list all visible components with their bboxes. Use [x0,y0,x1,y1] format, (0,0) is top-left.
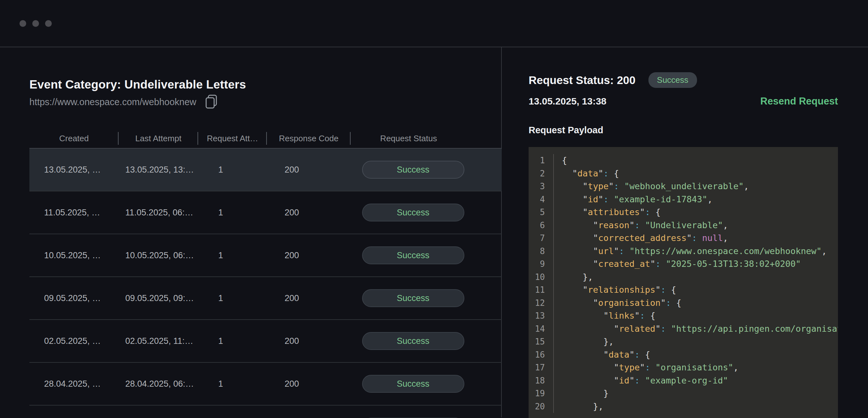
cell-attempts: 1 [186,251,255,260]
window-dot-icon[interactable] [45,20,52,27]
column-header-1: Last Attempt [119,134,198,143]
request-meta-row: 13.05.2025, 13:38 Resend Request [529,96,838,107]
code-text: }, [553,271,593,284]
cell-attempts: 1 [186,336,255,346]
cell-status: Success [338,332,489,350]
code-line: 11 "relationships": { [529,284,838,296]
page-title: Event Category: Undeliverable Letters [29,78,501,91]
line-number: 11 [529,284,545,296]
code-text: { [553,154,567,167]
table-row[interactable]: 11.05.2025, …11.05.2025, 06:…1200Success [29,191,502,234]
line-number: 17 [529,361,545,374]
code-line: 8 "url": "https://www.onespace.com/webho… [529,245,838,258]
cell-response_code: 200 [250,208,334,218]
cell-created: 13.05.2025, … [29,165,119,175]
code-line: 19 } [529,387,838,400]
code-line: 1{ [529,154,838,167]
code-text: "id": "example-id-17843", [553,193,712,206]
line-number: 4 [529,193,545,206]
webhook-url: https://www.onespace.com/webhooknew [29,97,196,107]
code-text: "attributes": { [553,206,660,219]
window-dot-icon[interactable] [20,20,26,27]
status-badge: Success [648,72,697,88]
cell-status: Success [338,161,489,179]
code-text: }, [553,335,614,348]
table-row[interactable] [29,406,502,418]
cell-attempts: 1 [186,293,255,303]
window-dot-icon[interactable] [32,20,39,27]
events-panel: Event Category: Undeliverable Letters ht… [0,47,502,417]
table-row[interactable]: 09.05.2025, …09.05.2025, 09:…1200Success [29,277,502,320]
line-number: 18 [529,374,545,387]
line-number: 14 [529,322,545,335]
resend-request-button[interactable]: Resend Request [760,96,838,107]
line-number: 20 [529,400,545,413]
table-row[interactable]: 13.05.2025, …13.05.2025, 13:…1200Success [29,149,502,191]
cell-response_code: 200 [250,251,334,260]
code-text: "links": { [553,309,655,322]
requests-table: CreatedLast AttemptRequest Att…Response … [29,129,502,418]
code-text: "corrected_address": null, [553,232,728,245]
line-number: 16 [529,348,545,361]
code-text: "created_at": "2025-05-13T13:38:02+0200" [553,258,801,271]
payload-label: Request Payload [529,125,868,135]
cell-created: 11.05.2025, … [29,208,119,218]
status-pill: Success [362,332,464,350]
request-status-title: Request Status: 200 [529,74,636,87]
table-body: 13.05.2025, …13.05.2025, 13:…1200Success… [29,149,502,418]
code-text: "type": "webhook_undeliverable", [553,180,749,193]
code-text: }, [553,400,603,413]
cell-response_code: 200 [250,293,334,303]
cell-attempts: 1 [186,165,255,175]
code-text: } [553,387,609,400]
code-line: 16 "data": { [529,348,838,361]
code-line: 14 "related": "https://api.pingen.com/or… [529,322,838,335]
request-timestamp: 13.05.2025, 13:38 [529,96,607,107]
cell-created: 10.05.2025, … [29,251,119,260]
line-number: 1 [529,154,545,167]
cell-status: Success [338,247,489,264]
cell-created: 09.05.2025, … [29,293,119,303]
cell-created: 02.05.2025, … [29,336,119,346]
table-row[interactable]: 02.05.2025, …02.05.2025, 11:…1200Success [29,320,502,363]
code-line: 4 "id": "example-id-17843", [529,193,838,206]
status-pill: Success [362,203,464,222]
code-line: 17 "type": "organisations", [529,361,838,374]
cell-status: Success [338,203,489,222]
cell-response_code: 200 [250,336,334,346]
window-titlebar [0,0,868,47]
code-text: "reason": "Undeliverable", [553,219,728,232]
payload-code-block[interactable]: 1{2 "data": {3 "type": "webhook_undelive… [529,147,838,418]
line-number: 9 [529,258,545,271]
code-line: 10 }, [529,271,838,284]
status-pill: Success [362,161,464,179]
line-number: 8 [529,245,545,258]
code-text: "type": "organisations", [553,361,739,374]
line-number: 5 [529,206,545,219]
line-number: 3 [529,180,545,193]
cell-attempts: 1 [186,208,255,218]
table-header: CreatedLast AttemptRequest Att…Response … [29,129,502,149]
column-header-2: Request Att… [198,134,267,143]
code-text: "id": "example-org-id" [553,374,728,387]
window-controls [20,20,58,27]
webhook-events-app: Event Category: Undeliverable Letters ht… [0,0,868,418]
code-text: "data": { [553,348,650,361]
line-number: 7 [529,232,545,245]
copy-icon[interactable] [205,94,219,109]
request-status-header: Request Status: 200 Success [529,72,868,88]
table-row[interactable]: 10.05.2025, …10.05.2025, 06:…1200Success [29,234,502,277]
line-number: 10 [529,271,545,284]
line-number: 19 [529,387,545,400]
code-line: 18 "id": "example-org-id" [529,374,838,387]
column-header-0: Created [29,134,119,143]
status-pill: Success [362,247,464,264]
line-number: 15 [529,335,545,348]
table-row[interactable]: 28.04.2025, …28.04.2025, 06:…1200Success [29,363,502,406]
cell-created: 28.04.2025, … [29,379,119,389]
cell-status: Success [338,375,489,393]
status-pill: Success [362,375,464,393]
code-line: 9 "created_at": "2025-05-13T13:38:02+020… [529,258,838,271]
code-line: 20 }, [529,400,838,413]
code-text: "url": "https://www.onespace.com/webhook… [553,245,827,258]
